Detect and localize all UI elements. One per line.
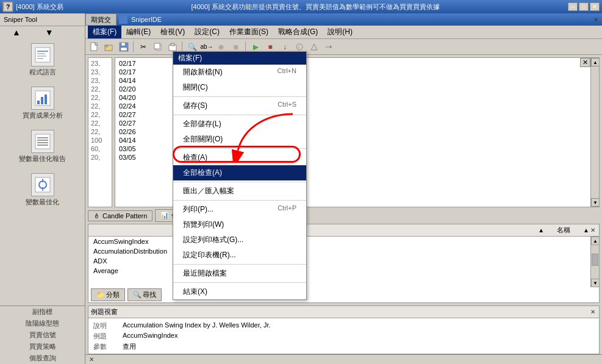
toolbar-new[interactable]	[88, 40, 101, 54]
menu-help[interactable]: 說明(H)	[323, 26, 357, 38]
arrow-down[interactable]: ▼	[45, 27, 54, 37]
arrow-up[interactable]: ▲	[12, 27, 21, 37]
example-panel-close[interactable]: ✕	[589, 309, 597, 315]
toolbar-cut[interactable]: ✂	[137, 40, 150, 54]
file-save[interactable]: 儲存(S) Ctrl+S	[173, 98, 306, 113]
file-recent[interactable]: 最近開啟檔案	[173, 266, 306, 281]
right-content: 期貨交 SniperIDE ✕ 檔案(F) 編輯(E) 檢視(V)	[85, 13, 602, 364]
maximize-btn[interactable]: □	[579, 2, 589, 11]
svg-rect-0	[35, 48, 50, 62]
file-new[interactable]: 開啟新檔(N) Ctrl+N	[173, 65, 306, 80]
file-print-preview[interactable]: 預覽列印(W)	[173, 217, 306, 232]
menu-file[interactable]: 檔案(F)	[88, 26, 121, 38]
ind-scroll-down[interactable]: ▼	[591, 279, 600, 287]
sep3	[173, 148, 306, 149]
main-container: Sniper Tool ▲ ▼ 程式語言 買賣成果分析 變數最佳化報告	[0, 13, 602, 364]
menu-bar: 檔案(F) 編輯(E) 檢視(V) 設定(C) 作業畫面(S) 戰略合成(G) …	[85, 26, 602, 39]
ind-scroll-track	[591, 266, 599, 279]
sidebar-item-optimize[interactable]: 變數最佳化	[0, 168, 85, 212]
minimize-btn[interactable]: ─	[568, 2, 578, 11]
toolbar: ✂ 🔍 ab→ ⊕ ⊗ ▶ ■ ↓ i	[85, 39, 602, 55]
optimize-icon	[31, 173, 54, 196]
dates-scrollbar[interactable]: ▲ ▼	[590, 58, 599, 207]
file-close[interactable]: 關閉(C)	[173, 80, 306, 95]
classify-row: 📁 分類 🔍 尋找	[88, 287, 599, 302]
desc-label: 說明	[93, 321, 118, 330]
toolbar-b4[interactable]	[307, 40, 321, 54]
menu-settings[interactable]: 設定(C)	[190, 26, 224, 38]
file-print-format[interactable]: 設定列印格式(G)...	[173, 232, 306, 248]
sep6	[173, 264, 306, 265]
sidebar-top-label: Sniper Tool	[4, 16, 37, 23]
futures-tab[interactable]: 期貨交	[85, 13, 116, 26]
inner-close-btn[interactable]: ✕	[592, 16, 600, 23]
indicator-row-1[interactable]: AccumSwingIndex	[88, 237, 590, 246]
sidebar-item-signal[interactable]: 買賣信號	[0, 329, 85, 341]
dates-panel-close[interactable]: ✕	[580, 58, 590, 67]
indicator-col-name: 名稱	[545, 226, 582, 235]
scroll-down[interactable]: ▼	[591, 198, 600, 207]
indicator-panel-close[interactable]: ✕	[589, 227, 597, 234]
indicator-row-4[interactable]: Average	[88, 266, 590, 276]
indicator-row-2[interactable]: AccumulationDistribution	[88, 246, 590, 256]
file-check-all[interactable]: 全部檢查(A)	[173, 165, 306, 180]
ind-scroll-thumb[interactable]	[592, 254, 598, 266]
candle-pattern-btn[interactable]: 🕯 Candle Pattern	[88, 210, 152, 221]
file-exit[interactable]: 結束(X)	[173, 284, 306, 299]
sidebar-item-strategy[interactable]: 買賣策略	[0, 341, 85, 352]
search-btn[interactable]: 🔍 尋找	[127, 288, 162, 301]
indicator-list-container: AccumSwingIndex AccumulationDistribution…	[88, 237, 599, 287]
help-btn[interactable]: ?	[2, 1, 13, 12]
toolbar-b5[interactable]	[322, 40, 335, 54]
toolbar-save[interactable]	[117, 40, 131, 54]
bottom-status-bar: ✕	[85, 354, 602, 364]
file-import-export[interactable]: 匯出／匯入幅案	[173, 184, 306, 199]
sidebar-label-candlestick: 陰陽線型態	[26, 319, 59, 328]
menu-workspace[interactable]: 作業畫面(S)	[224, 26, 273, 38]
file-print-setup[interactable]: 設定印表機(R)...	[173, 248, 306, 263]
search-icon: 🔍	[133, 291, 142, 299]
toolbar-copy[interactable]	[151, 40, 165, 54]
sniper-ide-icon	[119, 15, 127, 24]
sep1	[173, 96, 306, 97]
svg-marker-32	[311, 44, 317, 50]
bottom-close[interactable]: ✕	[88, 356, 95, 363]
sidebar-item-sub-indicator[interactable]: 副指標	[0, 306, 85, 318]
example-panel: 例題視窗 ✕ 說明 Accumulation Swing Index by J.…	[88, 305, 600, 354]
menu-strategy[interactable]: 戰略合成(G)	[273, 26, 323, 38]
sidebar-item-programming[interactable]: 程式語言	[0, 38, 85, 82]
file-save-all[interactable]: 全部儲存(L)	[173, 116, 306, 132]
menu-view[interactable]: 檢視(V)	[156, 26, 190, 38]
sidebar-item-candlestick[interactable]: 陰陽線型態	[0, 318, 85, 329]
scroll-up[interactable]: ▲	[591, 58, 600, 66]
toolbar-open[interactable]	[102, 40, 116, 54]
toolbar-sep1	[133, 41, 134, 52]
classify-btn[interactable]: 📁 分類	[91, 288, 125, 301]
svg-rect-20	[105, 45, 108, 47]
svg-point-30	[296, 44, 303, 50]
sidebar-item-report[interactable]: 變數最佳化報告	[0, 125, 85, 168]
file-check[interactable]: 檢查(A)	[173, 150, 306, 165]
inner-title-bar: SniperIDE ✕	[116, 13, 602, 26]
example-row: 例題 AccumSwingIndex	[93, 331, 594, 341]
toolbar-sep2	[182, 41, 183, 52]
sidebar-label-optimize: 變數最佳化	[26, 198, 59, 207]
svg-rect-8	[45, 95, 47, 104]
sidebar-item-stock-query[interactable]: 個股查詢	[0, 352, 85, 364]
indicator-list: AccumSwingIndex AccumulationDistribution…	[88, 237, 590, 287]
indicator-row-3[interactable]: ADX	[88, 256, 590, 266]
indicator-scrollbar[interactable]: ▲ ▼	[590, 237, 599, 287]
svg-rect-23	[121, 48, 127, 51]
svg-rect-27	[171, 43, 174, 46]
scroll-track	[591, 66, 599, 198]
sidebar-item-analysis[interactable]: 買賣成果分析	[0, 82, 85, 125]
close-btn[interactable]: ✕	[590, 2, 600, 11]
svg-text:i: i	[298, 45, 299, 50]
params-row: 參數 查用	[93, 341, 594, 352]
file-print[interactable]: 列印(P)... Ctrl+P	[173, 202, 306, 217]
menu-edit[interactable]: 編輯(E)	[121, 26, 156, 38]
sidebar-label-sub: 副指標	[32, 307, 52, 316]
indicator-sort-icon: ▲	[538, 227, 544, 234]
file-close-all[interactable]: 全部關閉(O)	[173, 132, 306, 147]
ind-scroll-up[interactable]: ▲	[591, 237, 600, 245]
